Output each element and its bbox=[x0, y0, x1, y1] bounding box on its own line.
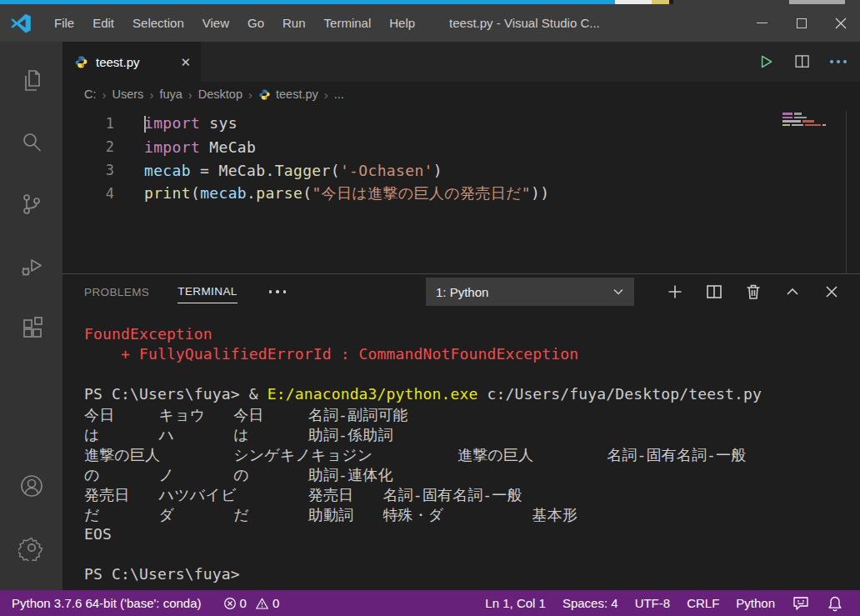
eol-status[interactable]: CRLF bbox=[678, 596, 728, 610]
more-editor-actions-button[interactable] bbox=[830, 60, 847, 63]
code-line[interactable]: 1import sys bbox=[62, 112, 860, 135]
python-file-icon bbox=[258, 88, 271, 101]
terminal-output[interactable]: FoundException + FullyQualifiedErrorId :… bbox=[62, 309, 860, 590]
close-icon bbox=[834, 17, 848, 30]
menu-view[interactable]: View bbox=[193, 4, 238, 42]
menu-file[interactable]: File bbox=[45, 4, 83, 42]
run-python-file-button[interactable] bbox=[757, 53, 775, 71]
terminal-line: PS C:\Users\fuya> & E:/anaconda3/python.… bbox=[84, 385, 860, 405]
close-panel-button[interactable] bbox=[822, 282, 842, 302]
chevron-right-icon: › bbox=[102, 88, 107, 102]
code-text: print(mecab.parse("今日は進撃の巨人の発売日だ")) bbox=[144, 183, 549, 203]
code-line[interactable]: 2import MeCab bbox=[62, 135, 860, 158]
terminal-line: + FullyQualifiedErrorId : CommandNotFoun… bbox=[84, 345, 860, 365]
maximize-button[interactable] bbox=[782, 4, 821, 42]
terminal-line: はハは助詞-係助詞 bbox=[84, 425, 860, 445]
gear-icon bbox=[18, 534, 45, 561]
terminal-panel: PROBLEMS TERMINAL 1: Python bbox=[62, 273, 860, 590]
close-window-button[interactable] bbox=[821, 4, 860, 42]
encoding-status[interactable]: UTF-8 bbox=[627, 596, 679, 610]
cursor-position-status[interactable]: Ln 1, Col 1 bbox=[477, 596, 554, 610]
minimap[interactable] bbox=[782, 113, 826, 126]
breadcrumb-item-teestpy[interactable]: teest.py bbox=[258, 88, 318, 101]
extensions-icon bbox=[18, 314, 45, 341]
panel-header: PROBLEMS TERMINAL 1: Python bbox=[62, 274, 860, 309]
more-panel-views-button[interactable] bbox=[269, 290, 287, 293]
editor-actions bbox=[757, 42, 860, 82]
menu-selection[interactable]: Selection bbox=[123, 4, 193, 42]
feedback-button[interactable] bbox=[783, 596, 818, 611]
split-terminal-button[interactable] bbox=[704, 282, 724, 302]
code-line[interactable]: 4print(mecab.parse("今日は進撃の巨人の発売日だ")) bbox=[62, 182, 860, 205]
sidebar-item-extensions[interactable] bbox=[0, 297, 62, 358]
source-control-icon bbox=[18, 191, 45, 218]
breadcrumb-item-users[interactable]: Users bbox=[112, 88, 144, 101]
panel-actions bbox=[665, 282, 842, 302]
code-editor[interactable]: 1import sys2import MeCab3mecab = MeCab.T… bbox=[62, 107, 860, 273]
account-button[interactable] bbox=[0, 455, 62, 517]
terminal-line: EOS bbox=[84, 525, 860, 545]
error-icon bbox=[223, 597, 237, 610]
vscode-window: FileEditSelectionViewGoRunTerminalHelp t… bbox=[0, 0, 860, 616]
activity-bar bbox=[0, 42, 62, 590]
notifications-button[interactable] bbox=[818, 595, 852, 612]
titlebar: FileEditSelectionViewGoRunTerminalHelp t… bbox=[0, 4, 860, 42]
tab-problems[interactable]: PROBLEMS bbox=[84, 281, 149, 303]
maximize-panel-button[interactable] bbox=[782, 282, 802, 302]
menu-go[interactable]: Go bbox=[238, 4, 273, 42]
breadcrumb-item-c[interactable]: C: bbox=[84, 88, 97, 101]
breadcrumb-item-[interactable]: ... bbox=[334, 88, 344, 101]
kill-terminal-button[interactable] bbox=[743, 282, 763, 302]
status-bar: Python 3.7.6 64-bit ('base': conda) 0 0 … bbox=[0, 590, 860, 616]
menu-run[interactable]: Run bbox=[273, 4, 315, 42]
tab-close-icon[interactable]: ✕ bbox=[180, 56, 191, 68]
sidebar-item-explorer[interactable] bbox=[0, 50, 62, 112]
python-interpreter-status[interactable]: Python 3.7.6 64-bit ('base': conda) bbox=[3, 596, 210, 610]
menu-terminal[interactable]: Terminal bbox=[315, 4, 381, 42]
language-mode-status[interactable]: Python bbox=[728, 596, 783, 610]
sidebar-item-run-and-debug[interactable] bbox=[0, 235, 62, 297]
split-editor-button[interactable] bbox=[793, 53, 812, 71]
breadcrumb-item-fuya[interactable]: fuya bbox=[159, 88, 182, 101]
sidebar-item-search[interactable] bbox=[0, 112, 62, 173]
terminal-line: だダだ助動詞特殊・ダ基本形 bbox=[84, 505, 860, 525]
indentation-status[interactable]: Spaces: 4 bbox=[554, 596, 627, 610]
terminal-line bbox=[84, 365, 860, 385]
terminal-line bbox=[84, 545, 860, 565]
menu-help[interactable]: Help bbox=[380, 4, 424, 42]
vscode-logo-icon bbox=[10, 13, 32, 34]
settings-button[interactable] bbox=[0, 517, 62, 578]
run-and-debug-icon bbox=[18, 253, 45, 279]
explorer-icon bbox=[18, 68, 45, 94]
terminal-line: 進撃の巨人シンゲキノキョジン進撃の巨人名詞-固有名詞-一般 bbox=[84, 445, 860, 465]
code-text: import sys bbox=[144, 114, 238, 133]
new-terminal-button[interactable] bbox=[665, 282, 685, 302]
minimize-button[interactable] bbox=[742, 4, 782, 42]
terminal-line: PS C:\Users\fuya> bbox=[84, 565, 860, 585]
sidebar-item-source-control[interactable] bbox=[0, 173, 62, 235]
search-icon bbox=[18, 129, 45, 156]
bell-icon bbox=[828, 595, 842, 612]
code-text: import MeCab bbox=[144, 138, 256, 156]
chevron-right-icon: › bbox=[188, 88, 192, 102]
error-count: 0 bbox=[240, 596, 247, 610]
tab-teest-py[interactable]: teest.py ✕ bbox=[62, 42, 201, 82]
maximize-icon bbox=[797, 18, 807, 28]
terminal-selector-value: 1: Python bbox=[436, 285, 488, 299]
code-text: mecab = MeCab.Tagger('-Ochasen') bbox=[144, 162, 442, 179]
chevron-down-icon bbox=[612, 288, 624, 296]
terminal-selector-dropdown[interactable]: 1: Python bbox=[426, 278, 634, 306]
line-number: 1 bbox=[62, 115, 114, 132]
editor-tab-bar: teest.py ✕ bbox=[62, 42, 860, 82]
menubar: FileEditSelectionViewGoRunTerminalHelp bbox=[45, 4, 424, 42]
menu-edit[interactable]: Edit bbox=[83, 4, 123, 42]
code-line[interactable]: 3mecab = MeCab.Tagger('-Ochasen') bbox=[62, 158, 860, 182]
status-bar-right: Ln 1, Col 1Spaces: 4UTF-8CRLFPython bbox=[477, 596, 783, 610]
tab-terminal[interactable]: TERMINAL bbox=[178, 280, 237, 303]
problems-status[interactable]: 0 0 bbox=[215, 596, 288, 610]
tab-label: teest.py bbox=[96, 55, 140, 69]
line-number: 4 bbox=[62, 185, 114, 202]
chevron-right-icon: › bbox=[324, 88, 328, 102]
breadcrumb-item-desktop[interactable]: Desktop bbox=[198, 88, 242, 101]
terminal-line: 今日キョウ今日名詞-副詞可能 bbox=[84, 405, 860, 425]
